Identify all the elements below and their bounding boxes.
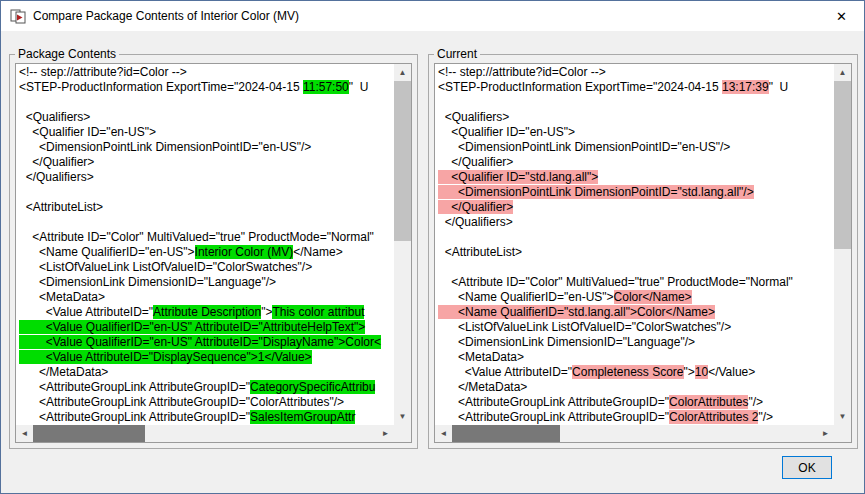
- scroll-down-icon: ▼: [399, 412, 407, 421]
- title-bar: Compare Package Contents of Interior Col…: [1, 1, 864, 31]
- pc-scroll-left-button[interactable]: ◄: [16, 425, 33, 442]
- cur-scroll-down-button[interactable]: ▼: [834, 408, 851, 425]
- pc-scroll-right-button[interactable]: ►: [377, 425, 394, 442]
- close-button[interactable]: ✕: [819, 1, 864, 31]
- scroll-left-icon: ◄: [440, 429, 448, 438]
- package-contents-group: Package Contents <!-- step://attribute?i…: [9, 54, 418, 449]
- current-group: Current <!-- step://attribute?id=Color -…: [428, 54, 858, 449]
- package-contents-code: <!-- step://attribute?id=Color --><STEP-…: [16, 64, 394, 425]
- current-textpane[interactable]: <!-- step://attribute?id=Color --><STEP-…: [434, 63, 852, 443]
- dialog-window: Compare Package Contents of Interior Col…: [0, 0, 865, 494]
- window-title: Compare Package Contents of Interior Col…: [33, 9, 299, 23]
- package-contents-vertical-scrollbar[interactable]: ▲ ▼: [394, 64, 411, 425]
- package-contents-group-label: Package Contents: [15, 47, 119, 61]
- scroll-down-icon: ▼: [839, 412, 847, 421]
- close-icon: ✕: [836, 9, 847, 24]
- pc-vertical-scroll-thumb[interactable]: [394, 81, 411, 241]
- package-contents-textpane[interactable]: <!-- step://attribute?id=Color --><STEP-…: [15, 63, 412, 443]
- cur-scroll-up-button[interactable]: ▲: [834, 64, 851, 81]
- cur-scroll-left-button[interactable]: ◄: [435, 425, 452, 442]
- current-code: <!-- step://attribute?id=Color --><STEP-…: [435, 64, 834, 425]
- cur-scroll-right-button[interactable]: ►: [817, 425, 834, 442]
- app-icon: [10, 8, 26, 24]
- cur-horizontal-scroll-thumb[interactable]: [452, 425, 560, 442]
- scroll-left-icon: ◄: [21, 429, 29, 438]
- current-vertical-scrollbar[interactable]: ▲ ▼: [834, 64, 851, 425]
- cur-vertical-scroll-thumb[interactable]: [834, 81, 851, 249]
- scroll-right-icon: ►: [382, 429, 390, 438]
- ok-button[interactable]: OK: [782, 456, 832, 479]
- scroll-right-icon: ►: [822, 429, 830, 438]
- pc-horizontal-scroll-thumb[interactable]: [33, 425, 145, 442]
- current-horizontal-scrollbar[interactable]: ◄ ►: [435, 425, 834, 442]
- package-contents-horizontal-scrollbar[interactable]: ◄ ►: [16, 425, 394, 442]
- cur-scrollbar-corner: [834, 425, 851, 442]
- pc-scroll-up-button[interactable]: ▲: [394, 64, 411, 81]
- scroll-up-icon: ▲: [839, 68, 847, 77]
- pc-scroll-down-button[interactable]: ▼: [394, 408, 411, 425]
- pc-scrollbar-corner: [394, 425, 411, 442]
- scroll-up-icon: ▲: [399, 68, 407, 77]
- current-group-label: Current: [434, 47, 480, 61]
